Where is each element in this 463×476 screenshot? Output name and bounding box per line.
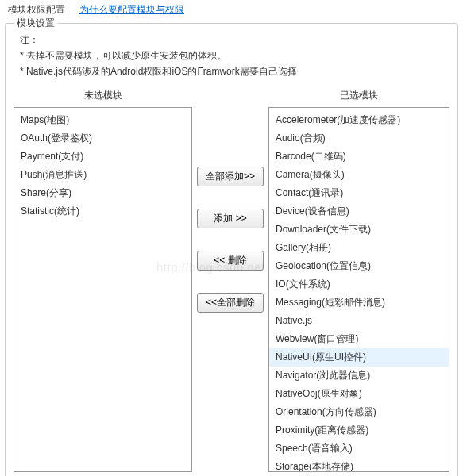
list-item[interactable]: Payment(支付) xyxy=(14,148,191,166)
selected-listbox[interactable]: Accelerometer(加速度传感器)Audio(音频)Barcode(二维… xyxy=(268,107,449,472)
list-item[interactable]: Audio(音频) xyxy=(269,129,449,148)
notes-line-2: * Native.js代码涉及的Android权限和iOS的Framwork需要… xyxy=(20,63,449,79)
list-item[interactable]: Messaging(短彩邮件消息) xyxy=(269,294,449,312)
list-item[interactable]: NativeUI(原生UI控件) xyxy=(269,348,449,367)
tab-bar: 模块权限配置 为什么要配置模块与权限 xyxy=(0,0,463,21)
list-item[interactable]: Camera(摄像头) xyxy=(269,166,449,184)
unselected-listbox[interactable]: Maps(地图)OAuth(登录鉴权)Payment(支付)Push(消息推送)… xyxy=(14,107,192,472)
add-all-button[interactable]: 全部添加>> xyxy=(197,167,264,186)
list-item[interactable]: Contact(通讯录) xyxy=(269,184,449,202)
list-item[interactable]: Push(消息推送) xyxy=(14,166,191,184)
notes-line-1: * 去掉不需要模块，可以减少原生安装包的体积。 xyxy=(20,48,449,63)
notes-block: 注： * 去掉不需要模块，可以减少原生安装包的体积。 * Native.js代码… xyxy=(14,30,449,87)
list-item[interactable]: OAuth(登录鉴权) xyxy=(14,129,191,148)
remove-button[interactable]: << 删除 xyxy=(197,251,264,271)
list-item[interactable]: IO(文件系统) xyxy=(269,275,449,294)
list-item[interactable]: Speech(语音输入) xyxy=(269,440,449,458)
list-item[interactable]: Statistic(统计) xyxy=(14,202,191,221)
remove-all-button[interactable]: <<全部删除 xyxy=(197,293,264,313)
help-link[interactable]: 为什么要配置模块与权限 xyxy=(79,3,184,17)
list-item[interactable]: Barcode(二维码) xyxy=(269,148,449,166)
list-item[interactable]: NativeObj(原生对象) xyxy=(269,385,449,403)
fieldset-legend: 模块设置 xyxy=(14,17,58,30)
list-item[interactable]: Accelerometer(加速度传感器) xyxy=(269,111,449,129)
notes-heading: 注： xyxy=(20,32,449,48)
list-item[interactable]: Device(设备信息) xyxy=(269,202,449,221)
list-item[interactable]: Webview(窗口管理) xyxy=(269,330,449,348)
list-item[interactable]: Downloader(文件下载) xyxy=(269,221,449,239)
list-item[interactable]: Native.js xyxy=(269,312,449,330)
list-item[interactable]: Gallery(相册) xyxy=(269,239,449,257)
list-item[interactable]: Geolocation(位置信息) xyxy=(269,257,449,275)
list-item[interactable]: Maps(地图) xyxy=(14,111,191,129)
transfer-buttons: 全部添加>> 添加 >> << 删除 <<全部删除 xyxy=(192,87,268,313)
list-item[interactable]: Storage(本地存储) xyxy=(269,458,449,472)
module-settings-fieldset: 模块设置 注： * 去掉不需要模块，可以减少原生安装包的体积。 * Native… xyxy=(5,23,458,476)
selected-header: 已选模块 xyxy=(268,87,449,107)
list-item[interactable]: Navigator(浏览器信息) xyxy=(269,367,449,385)
add-button[interactable]: 添加 >> xyxy=(197,209,264,228)
unselected-header: 未选模块 xyxy=(14,87,192,107)
list-item[interactable]: Share(分享) xyxy=(14,184,191,202)
list-item[interactable]: Proximity(距离传感器) xyxy=(269,421,449,440)
tab-module-permission[interactable]: 模块权限配置 xyxy=(8,3,65,17)
list-item[interactable]: Orientation(方向传感器) xyxy=(269,403,449,421)
